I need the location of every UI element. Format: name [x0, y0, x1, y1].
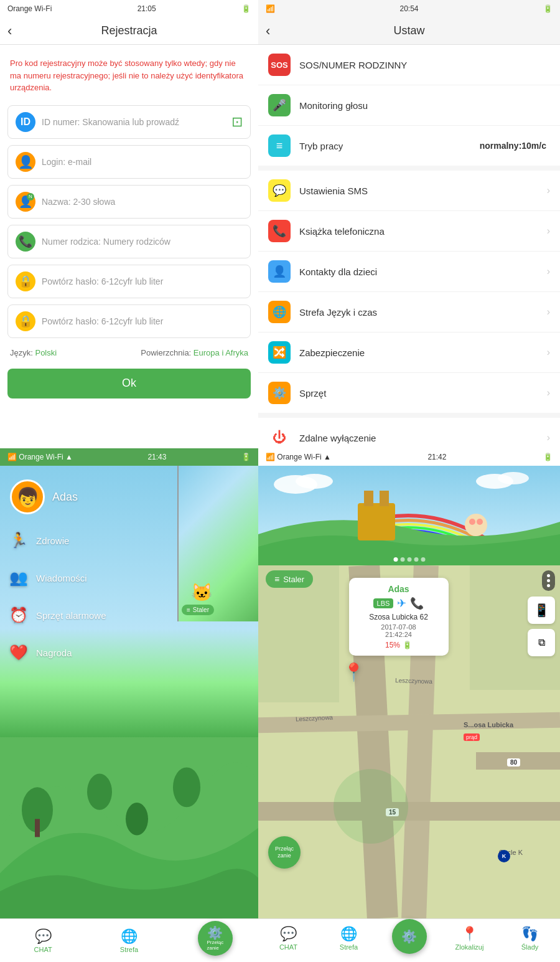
nav-chat[interactable]: 💬 CHAT [0, 919, 86, 962]
login-placeholder: Login: e-mail [42, 157, 243, 167]
menu-item-sprzet[interactable]: ⏰ Sprzęt alarmowe [7, 604, 106, 626]
bnr-chat-label: CHAT [279, 943, 297, 951]
settings-item-sms[interactable]: 💬 Ustawienia SMS › [258, 171, 560, 211]
settings-item-hardware[interactable]: ⚙️ Sprzęt › [258, 373, 560, 413]
map-area: Leszczynowa Leszczynowa S...osa Lubicka … [258, 565, 560, 918]
scan-icon[interactable]: ⊡ [231, 114, 243, 130]
ok-button[interactable]: Ok [7, 369, 251, 398]
profile-area: 👦 Adas [10, 479, 78, 514]
settings-item-phonebook[interactable]: 📞 Książka telefoniczna › [258, 211, 560, 252]
mode-icon: ≡ [268, 134, 291, 157]
zone-circle [334, 769, 408, 844]
strefa-label: Strefa [120, 946, 138, 953]
hardware-label: Sprzęt [299, 388, 547, 398]
pass2-placeholder: Powtórz hasło: 6-12cyfr lub liter [42, 316, 243, 326]
settings-item-monitoring[interactable]: 🎤 Monitoring głosu [258, 85, 560, 126]
sos-label: SOS/NUMER RODZINNY [299, 60, 550, 70]
id-icon: ID [16, 112, 35, 132]
bnr-slady-icon: 👣 [521, 926, 538, 942]
security-icon: 🔀 [268, 341, 291, 364]
bnr-strefa[interactable]: 🌐 Strefa [319, 918, 379, 962]
battery-pct: 15% [385, 641, 400, 649]
side-buttons: 📱 ⧉ [528, 597, 555, 656]
battery-icon-popup: 🔋 [403, 641, 412, 649]
book-icon: 📞 [268, 220, 291, 242]
status-bar-map: 📶 Orange Wi-Fi ▲ 21:42 🔋 [258, 448, 560, 466]
popup-time: 2017-07-0821:42:24 [358, 623, 440, 638]
time-map: 21:42 [427, 453, 446, 461]
phone-side-button[interactable]: 📱 [528, 597, 555, 624]
settings-item-security[interactable]: 🔀 Zabezpieczenie › [258, 332, 560, 373]
settings-item-contacts[interactable]: 👤 Kontakty dla dzieci › [258, 252, 560, 292]
zdrowie-label: Zdrowie [36, 535, 69, 546]
id-placeholder: ID numer: Skanowania lub prowadź [42, 117, 231, 127]
bnr-slady[interactable]: 👣 Ślady [500, 918, 560, 962]
home-screen: 📶 Orange Wi-Fi ▲ 21:43 🔋 [0, 448, 258, 962]
menu-item-wiadomosci[interactable]: 👥 Wiadomości [7, 567, 106, 589]
login-field[interactable]: 👤 Login: e-mail [7, 145, 251, 179]
layers-side-button[interactable]: ⧉ [528, 629, 555, 656]
battery-map: 🔋 [543, 453, 553, 461]
prad-label: prąd [464, 733, 480, 741]
bnr-center[interactable]: ⚙️ [379, 915, 439, 958]
settings-section-mid: 💬 Ustawienia SMS › 📞 Książka telefoniczn… [258, 171, 560, 413]
bnr-localize[interactable]: 📍 Zlokalizuj [439, 918, 500, 962]
menu-item-nagroda[interactable]: ❤️ Nagroda [7, 641, 106, 664]
surface-value[interactable]: Europa i Afryka [194, 348, 248, 357]
bnr-strefa-label: Strefa [340, 943, 358, 951]
surface-label: Powierzchnia: Europa i Afryka [141, 348, 248, 357]
mode-label: Tryb pracy [299, 141, 480, 151]
hamburger-icon: ≡ [274, 574, 279, 584]
monitoring-label: Monitoring głosu [299, 100, 550, 111]
bnr-localize-icon: 📍 [461, 926, 478, 942]
avatar: 👦 [10, 479, 45, 514]
settings-item-language[interactable]: 🌐 Strefa Język i czas › [258, 292, 560, 332]
staler-button[interactable]: ≡ Staler [266, 570, 313, 588]
security-label: Zabezpieczenie [299, 347, 547, 358]
phone-field[interactable]: 📞 Numer rodzica: Numery rodziców [7, 225, 251, 258]
globe-icon: 🌐 [268, 301, 291, 323]
settings-item-mode[interactable]: ≡ Tryb pracy normalny:10m/c [258, 126, 560, 166]
wiadomosci-icon: 👥 [7, 567, 30, 589]
przelacz-map-button[interactable]: Przełączanie [268, 836, 301, 869]
staler-label: Staler [283, 575, 304, 584]
name-field[interactable]: 👤 N Nazwa: 2-30 słowa [7, 185, 251, 219]
nav-center[interactable]: ⚙️ Przełączanie [172, 919, 258, 962]
status-bar-left: Orange Wi-Fi 21:05 🔋 [0, 0, 258, 17]
bnr-center-button[interactable]: ⚙️ [392, 919, 427, 954]
language-value[interactable]: Polski [35, 348, 57, 357]
language-settings-label: Strefa Język i czas [299, 307, 547, 318]
three-dots-menu[interactable] [542, 570, 555, 591]
dot-menu-1 [547, 574, 550, 577]
navigate-icon: ✈ [397, 597, 406, 610]
name-placeholder: Nazwa: 2-30 słowa [42, 197, 243, 207]
registration-warning: Pro kod rejestracyjny może być stosowany… [7, 52, 251, 99]
settings-item-power[interactable]: ⏻ Zdalne wyłączenie › [258, 418, 560, 448]
nav-strefa[interactable]: 🌐 Strefa [86, 919, 172, 962]
back-button-registration[interactable]: ‹ [7, 23, 12, 39]
zdrowie-icon: 🏃 [7, 529, 30, 552]
password-field-2[interactable]: 🔒 Powtórz hasło: 6-12cyfr lub liter [7, 304, 251, 338]
id-field[interactable]: ID ID numer: Skanowania lub prowadź ⊡ [7, 105, 251, 139]
popup-phone-icon: 📞 [410, 597, 424, 610]
password-field-1[interactable]: 🔒 Powtórz hasło: 6-12cyfr lub liter [7, 265, 251, 298]
bnr-strefa-icon: 🌐 [340, 926, 357, 942]
settings-item-sos[interactable]: SOS SOS/NUMER RODZINNY [258, 45, 560, 85]
sms-label: Ustawienia SMS [299, 186, 547, 196]
bnr-chat[interactable]: 💬 CHAT [258, 918, 319, 962]
menu-item-zdrowie[interactable]: 🏃 Zdrowie [7, 529, 106, 552]
contacts-chevron: › [547, 266, 550, 277]
nagroda-label: Nagroda [36, 648, 72, 658]
registration-screen: Orange Wi-Fi 21:05 🔋 ‹ Rejestracja Pro k… [0, 0, 258, 448]
battery-left: 🔋 [241, 4, 251, 13]
back-button-settings[interactable]: ‹ [266, 23, 270, 39]
svg-rect-6 [358, 503, 395, 540]
location-popup: Adas LBS ✈ 📞 Szosa Lubicka 62 2017-07-08… [349, 578, 449, 656]
popup-name: Adas [358, 584, 440, 594]
security-chevron: › [547, 347, 550, 358]
dot-5 [421, 557, 425, 562]
hardware-chevron: › [547, 387, 550, 398]
przelacz-button[interactable]: ⚙️ Przełączanie [198, 921, 233, 956]
svg-point-15 [498, 472, 529, 484]
circle-k-icon: K [498, 850, 510, 862]
